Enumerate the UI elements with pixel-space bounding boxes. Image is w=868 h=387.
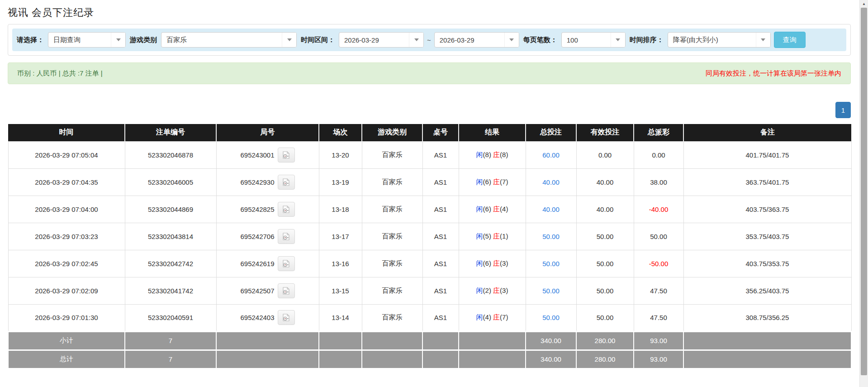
query-mode-select[interactable]: 日期查询: [48, 32, 126, 48]
time-range-label: 时间区间：: [300, 36, 336, 44]
table-row: 2026-03-29 07:01:30 523302040591 6952424…: [8, 304, 851, 331]
cell-valid-bet: 50.00: [576, 250, 634, 277]
pagination: 1: [8, 102, 851, 118]
cell-session: 13-15: [319, 277, 362, 304]
cell-payout: -40.00: [634, 196, 683, 223]
total-bet-link[interactable]: 40.00: [542, 178, 560, 186]
cell-round-id: 695242619: [216, 250, 319, 277]
cell-remark: 308.75/356.25: [683, 304, 851, 331]
cell-table-no: AS1: [422, 196, 459, 223]
cell-time: 2026-03-29 07:03:23: [8, 223, 125, 250]
select-mode-label: 请选择：: [16, 36, 45, 44]
cell-bet-id: 523302046005: [125, 168, 216, 196]
video-record-icon: [282, 178, 290, 186]
cell-game-type: 百家乐: [362, 141, 422, 168]
total-bet-link[interactable]: 60.00: [542, 151, 560, 159]
cell-game-type: 百家乐: [362, 223, 422, 250]
cell-game-type: 百家乐: [362, 277, 422, 304]
table-row: 2026-03-29 07:04:35 523302046005 6952429…: [8, 168, 851, 196]
total-label: 总计: [8, 350, 125, 368]
cell-valid-bet: 0.00: [576, 141, 634, 168]
pagination-page-1-button[interactable]: 1: [835, 102, 851, 118]
cell-valid-bet: 50.00: [576, 223, 634, 250]
table-body: 2026-03-29 07:05:04 523302046878 6952430…: [8, 141, 851, 331]
round-video-replay-button[interactable]: [278, 283, 295, 298]
cell-session: 13-18: [319, 196, 362, 223]
date-range-tilde: ~: [427, 36, 431, 44]
cell-total-bet: 50.00: [526, 277, 576, 304]
filter-panel: 请选择： 日期查询 游戏类别 百家乐 时间区间： 2026-03-29 ~ 20…: [8, 24, 851, 56]
cell-session: 13-16: [319, 250, 362, 277]
cell-payout: 47.50: [634, 277, 683, 304]
main-content: 视讯 会员下注纪录 请选择： 日期查询 游戏类别 百家乐 时间区间： 2026-…: [8, 0, 851, 369]
round-video-replay-button[interactable]: [278, 202, 295, 217]
cell-bet-id: 523302040591: [125, 304, 216, 331]
total-bet-link[interactable]: 50.00: [542, 287, 560, 295]
subtotal-payout: 93.00: [634, 331, 683, 350]
grand-total-row: 总计 7 340.00 280.00 93.00: [8, 350, 851, 368]
game-type-select[interactable]: 百家乐: [161, 32, 297, 48]
round-video-replay-button[interactable]: [278, 229, 295, 244]
cell-session: 13-19: [319, 168, 362, 196]
cell-session: 13-17: [319, 223, 362, 250]
total-bet-link[interactable]: 50.00: [542, 233, 560, 240]
cell-game-type: 百家乐: [362, 250, 422, 277]
total-bet-link[interactable]: 50.00: [542, 314, 560, 321]
filter-strip: 请选择： 日期查询 游戏类别 百家乐 时间区间： 2026-03-29 ~ 20…: [12, 29, 846, 51]
subtotal-row: 小计 7 340.00 280.00 93.00: [8, 331, 851, 350]
video-record-icon: [282, 287, 290, 295]
col-header-bet-id: 注单编号: [125, 124, 216, 141]
cell-table-no: AS1: [422, 304, 459, 331]
video-record-icon: [282, 151, 290, 159]
cell-payout: 38.00: [634, 168, 683, 196]
cell-round-id: 695242930: [216, 168, 319, 196]
round-video-replay-button[interactable]: [278, 310, 295, 325]
col-header-table-no: 桌号: [422, 124, 459, 141]
cell-total-bet: 50.00: [526, 304, 576, 331]
cell-result: 闲(6) 庄(7): [459, 168, 526, 196]
total-bet-link[interactable]: 40.00: [542, 205, 560, 213]
cell-round-id: 695242507: [216, 277, 319, 304]
cell-total-bet: 40.00: [526, 168, 576, 196]
scrollbar-up-arrow-icon[interactable]: ▲: [860, 0, 868, 8]
cell-valid-bet: 50.00: [576, 277, 634, 304]
chevron-down-icon: [756, 33, 770, 47]
date-from-select[interactable]: 2026-03-29: [339, 32, 424, 48]
cell-time: 2026-03-29 07:01:30: [8, 304, 125, 331]
scrollbar-thumb[interactable]: [861, 8, 867, 375]
cell-valid-bet: 50.00: [576, 304, 634, 331]
col-header-valid-bet: 有效投注: [576, 124, 634, 141]
cell-table-no: AS1: [422, 141, 459, 168]
cell-payout: 47.50: [634, 304, 683, 331]
total-bet-link[interactable]: 50.00: [542, 260, 560, 268]
cell-time: 2026-03-29 07:05:04: [8, 141, 125, 168]
page-size-label: 每页笔数：: [522, 36, 558, 44]
table-row: 2026-03-29 07:03:23 523302043814 6952427…: [8, 223, 851, 250]
cell-bet-id: 523302041742: [125, 277, 216, 304]
date-to-select[interactable]: 2026-03-29: [434, 32, 519, 48]
round-video-replay-button[interactable]: [278, 175, 295, 190]
sort-order-select[interactable]: 降幂(由大到小): [668, 32, 771, 48]
cell-table-no: AS1: [422, 250, 459, 277]
cell-bet-id: 523302042742: [125, 250, 216, 277]
round-video-replay-button[interactable]: [278, 256, 295, 271]
cell-valid-bet: 40.00: [576, 168, 634, 196]
vertical-scrollbar[interactable]: ▲: [859, 0, 868, 387]
total-valid-bet: 280.00: [576, 350, 634, 368]
col-header-result: 结果: [459, 124, 526, 141]
sort-order-label: 时间排序：: [629, 36, 664, 44]
video-record-icon: [282, 314, 290, 321]
video-record-icon: [282, 205, 290, 213]
total-total-bet: 340.00: [526, 350, 576, 368]
col-header-total-bet: 总投注: [526, 124, 576, 141]
table-row: 2026-03-29 07:04:00 523302044869 6952428…: [8, 196, 851, 223]
chevron-down-icon: [504, 33, 519, 47]
total-count: 7: [125, 350, 216, 368]
cell-session: 13-20: [319, 141, 362, 168]
page-size-select[interactable]: 100: [561, 32, 626, 48]
cell-time: 2026-03-29 07:04:00: [8, 196, 125, 223]
search-button[interactable]: 查询: [774, 32, 806, 48]
round-video-replay-button[interactable]: [278, 148, 295, 162]
cell-total-bet: 50.00: [526, 223, 576, 250]
cell-payout: -50.00: [634, 250, 683, 277]
